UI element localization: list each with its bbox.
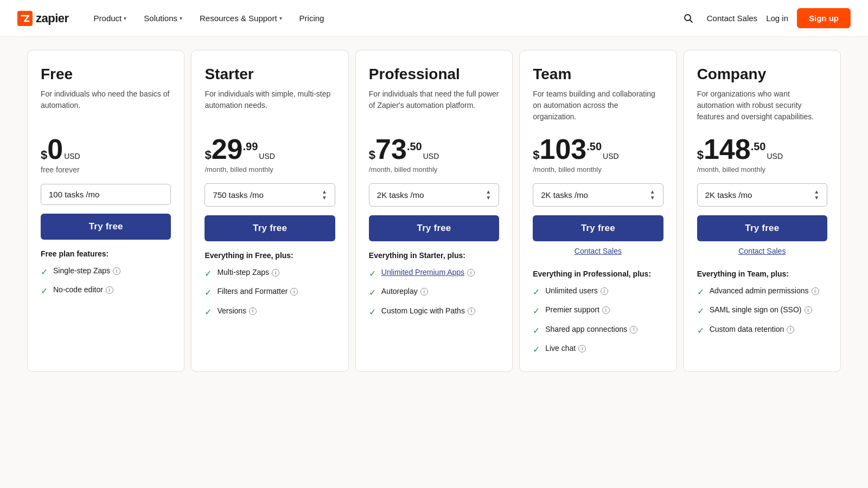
- plan-contact-sales-link[interactable]: Contact Sales: [697, 247, 827, 255]
- info-icon[interactable]: i: [602, 306, 610, 314]
- feature-list: ✓ Unlimited usersi ✓ Premier supporti ✓: [533, 286, 663, 356]
- try-free-button[interactable]: Try free: [697, 215, 827, 241]
- checkmark-icon: ✓: [533, 344, 540, 356]
- features-heading: Everything in Starter, plus:: [369, 251, 499, 260]
- price-dollar: $: [533, 148, 539, 162]
- plan-card-company: Company For organizations who want autom…: [684, 50, 841, 372]
- checkmark-icon: ✓: [369, 306, 376, 318]
- tasks-selector[interactable]: 2K tasks /mo ▲ ▼: [369, 183, 499, 207]
- checkmark-icon: ✓: [533, 305, 540, 317]
- plan-billing: /month, billed monthly: [533, 165, 663, 174]
- try-free-button[interactable]: Try free: [369, 215, 499, 241]
- svg-rect-0: [17, 11, 33, 26]
- price-usd: USD: [603, 152, 619, 160]
- try-free-button[interactable]: Try free: [205, 215, 335, 241]
- feature-item: ✓ Unlimited usersi: [533, 286, 663, 298]
- feature-text: Single-step Zaps: [53, 266, 110, 277]
- feature-item: ✓ Shared app connectionsi: [533, 324, 663, 337]
- plan-price-row: $ 103 .50 USD: [533, 135, 663, 163]
- info-icon[interactable]: i: [106, 286, 113, 294]
- search-icon: [683, 13, 694, 24]
- plan-price-row: $ 148 .50 USD: [697, 135, 827, 163]
- plan-contact-sales-link[interactable]: Contact Sales: [533, 247, 663, 255]
- plan-description: For individuals who need the basics of a…: [41, 88, 171, 126]
- navbar-login[interactable]: Log in: [766, 14, 788, 23]
- try-free-button[interactable]: Try free: [533, 215, 663, 241]
- nav-resources[interactable]: Resources & Support ▾: [192, 9, 290, 27]
- tasks-selector[interactable]: 2K tasks /mo ▲ ▼: [533, 183, 663, 207]
- nav-resources-chevron: ▾: [279, 15, 282, 21]
- feature-text: Filters and Formatter: [217, 286, 288, 297]
- nav-pricing[interactable]: Pricing: [292, 9, 332, 27]
- navbar-contact-sales[interactable]: Contact Sales: [707, 14, 757, 23]
- info-icon[interactable]: i: [113, 267, 120, 275]
- nav-product[interactable]: Product ▾: [86, 9, 135, 27]
- checkmark-icon: ✓: [41, 266, 48, 278]
- tasks-spinner: ▲ ▼: [486, 189, 491, 201]
- plan-price-row: $ 0 USD: [41, 135, 171, 163]
- checkmark-icon: ✓: [697, 286, 704, 298]
- checkmark-icon: ✓: [205, 306, 212, 318]
- try-free-button[interactable]: Try free: [41, 214, 171, 240]
- plan-card-starter: Starter For individuals with simple, mul…: [191, 50, 348, 372]
- info-icon[interactable]: i: [467, 269, 475, 277]
- plan-billing: /month, billed monthly: [697, 165, 827, 174]
- logo[interactable]: zapier: [17, 11, 69, 26]
- info-icon[interactable]: i: [630, 326, 637, 333]
- info-icon[interactable]: i: [290, 288, 298, 296]
- price-dollar: $: [369, 148, 375, 162]
- plan-billing: /month, billed monthly: [205, 165, 335, 174]
- feature-text: Custom Logic with Paths: [381, 306, 465, 317]
- nav-solutions[interactable]: Solutions ▾: [136, 9, 190, 27]
- info-icon[interactable]: i: [787, 326, 794, 333]
- info-icon[interactable]: i: [805, 306, 812, 314]
- tasks-selector[interactable]: 750 tasks /mo ▲ ▼: [205, 183, 335, 207]
- tasks-selector[interactable]: 2K tasks /mo ▲ ▼: [697, 183, 827, 207]
- navbar-signup-button[interactable]: Sign up: [797, 8, 851, 28]
- plan-description: For individuals with simple, multi-step …: [205, 88, 335, 126]
- pricing-container: Free For individuals who need the basics…: [11, 37, 857, 385]
- navbar: zapier Product ▾ Solutions ▾ Resources &…: [0, 0, 868, 37]
- price-main: 73: [375, 135, 407, 163]
- nav-pricing-label: Pricing: [299, 14, 324, 23]
- info-icon[interactable]: i: [468, 307, 475, 315]
- search-button[interactable]: [679, 9, 698, 28]
- price-dollar: $: [697, 148, 704, 162]
- feature-text: Premier support: [545, 305, 599, 316]
- info-icon[interactable]: i: [272, 269, 279, 277]
- feature-item: ✓ Versionsi: [205, 306, 335, 318]
- nav-resources-label: Resources & Support: [200, 14, 277, 23]
- info-icon[interactable]: i: [420, 288, 428, 296]
- plan-description: For individuals that need the full power…: [369, 88, 499, 126]
- plan-card-free: Free For individuals who need the basics…: [27, 50, 184, 372]
- info-icon[interactable]: i: [812, 287, 819, 295]
- price-cents: .50: [751, 140, 766, 153]
- feature-text: Unlimited users: [545, 286, 597, 297]
- tasks-label: 2K tasks /mo: [377, 190, 486, 200]
- info-icon[interactable]: i: [249, 307, 257, 315]
- plan-name: Free: [41, 66, 171, 83]
- plan-card-team: Team For teams building and collaboratin…: [519, 50, 676, 372]
- price-main: 29: [212, 135, 243, 163]
- info-icon[interactable]: i: [578, 345, 586, 352]
- feature-link[interactable]: Unlimited Premium Apps: [381, 267, 464, 278]
- feature-item: ✓ SAML single sign on (SSO)i: [697, 305, 827, 317]
- feature-item: ✓ Custom data retentioni: [697, 324, 827, 337]
- feature-item: ✓ Advanced admin permissionsi: [697, 286, 827, 298]
- tasks-selector: 100 tasks /mo: [41, 184, 171, 205]
- price-main: 148: [704, 135, 751, 163]
- price-usd: USD: [259, 152, 275, 160]
- navbar-right: Contact Sales Log in Sign up: [679, 8, 851, 28]
- plan-name: Starter: [205, 66, 335, 83]
- tasks-label: 750 tasks /mo: [213, 190, 322, 200]
- price-usd: USD: [423, 152, 439, 160]
- info-icon[interactable]: i: [601, 287, 608, 295]
- price-cents: .50: [586, 140, 602, 153]
- price-main: 0: [47, 135, 63, 163]
- feature-item: ✓ No-code editori: [41, 285, 171, 297]
- tasks-label: 100 tasks /mo: [49, 190, 163, 199]
- plan-name: Company: [697, 66, 827, 83]
- feature-text: No-code editor: [53, 285, 103, 296]
- price-dollar: $: [41, 148, 47, 162]
- checkmark-icon: ✓: [533, 325, 540, 337]
